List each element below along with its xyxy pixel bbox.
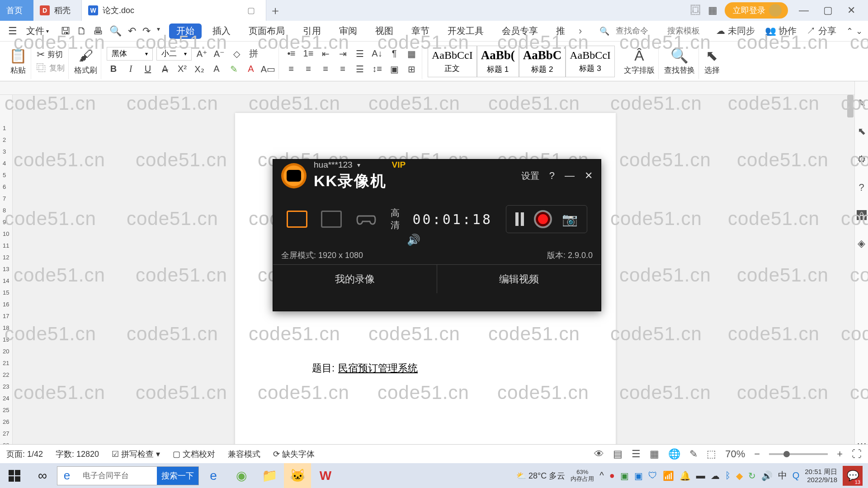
save-icon[interactable]: 🖫: [61, 25, 71, 37]
status-compat[interactable]: 兼容模式: [228, 449, 260, 460]
kk-my-recordings-button[interactable]: 我的录像: [273, 265, 437, 293]
undo-icon[interactable]: ↶: [128, 25, 136, 37]
tab-window-icon[interactable]: ▢: [247, 5, 255, 15]
vertical-scrollbar[interactable]: [846, 95, 854, 463]
find-replace-button[interactable]: 🔍查找替换: [664, 47, 695, 75]
show-grid-icon[interactable]: ▦: [405, 47, 418, 61]
kk-pause-button[interactable]: [515, 212, 524, 226]
redo-icon[interactable]: ↷: [142, 25, 151, 37]
cursor-tool-icon[interactable]: ⬉: [858, 126, 866, 137]
paste-button[interactable]: 📋粘贴: [9, 47, 27, 75]
translate-tool-icon[interactable]: 🅰: [857, 210, 867, 221]
shading-icon[interactable]: ▣: [387, 62, 401, 76]
zoom-in-button[interactable]: +: [837, 448, 843, 460]
italic-button[interactable]: I: [124, 62, 137, 76]
tray-item-3-icon[interactable]: ▣: [634, 470, 643, 481]
view-web-icon[interactable]: ▦: [650, 448, 659, 460]
tray-item-2-icon[interactable]: ▣: [620, 470, 629, 481]
zoom-value[interactable]: 70%: [725, 448, 745, 460]
line-spacing-icon[interactable]: ↕≡: [370, 62, 384, 76]
taskbar-kk-icon[interactable]: 🐱: [284, 463, 311, 488]
strike-button[interactable]: A̶: [158, 62, 172, 76]
kk-edit-video-button[interactable]: 编辑视频: [437, 265, 601, 293]
inc-indent-icon[interactable]: ⇥: [336, 47, 349, 61]
font-size-select[interactable]: 小二▾: [156, 47, 192, 61]
layout-icon[interactable]: ⿴: [691, 5, 701, 16]
vertical-ruler[interactable]: (function(){var lr=document.currentScrip…: [0, 95, 13, 463]
taskbar-explorer-icon[interactable]: 📁: [256, 463, 283, 488]
bold-button[interactable]: B: [107, 62, 120, 76]
ribbon-tab-more[interactable]: 推: [549, 25, 572, 37]
taskbar-edge-icon[interactable]: e: [200, 463, 227, 488]
kk-record-button[interactable]: [534, 210, 552, 228]
collapse-ribbon-icon[interactable]: ⌃: [846, 26, 853, 36]
taskbar-wps-icon[interactable]: W: [312, 463, 339, 488]
superscript-button[interactable]: X²: [175, 62, 189, 76]
maximize-button[interactable]: ▢: [820, 5, 836, 16]
collab-button[interactable]: 👥 协作: [765, 25, 797, 37]
copilot-icon[interactable]: ∞: [29, 463, 56, 488]
print-icon[interactable]: 🖶: [93, 25, 103, 37]
underline-button[interactable]: U: [141, 62, 155, 76]
tray-security-icon[interactable]: ◆: [736, 470, 743, 481]
expand-ribbon-icon[interactable]: ⌄: [856, 26, 863, 36]
tray-bluetooth-icon[interactable]: ᛒ: [725, 470, 731, 481]
tray-notification-icon[interactable]: 💬13: [843, 466, 863, 486]
start-button[interactable]: [1, 463, 28, 488]
tray-ime-icon[interactable]: 中: [778, 469, 787, 482]
kk-fullscreen-mode[interactable]: [287, 211, 307, 228]
tab-document[interactable]: W论文.doc▢: [82, 0, 266, 21]
cut-button[interactable]: ✂剪切: [37, 49, 65, 61]
taskbar-search-input[interactable]: [83, 471, 151, 480]
apps-icon[interactable]: ▦: [708, 5, 717, 16]
ribbon-tab-chapter[interactable]: 章节: [404, 25, 437, 37]
tray-update-icon[interactable]: ↻: [748, 470, 756, 481]
status-spellcheck[interactable]: ☑ 拼写检查 ▾: [112, 449, 160, 460]
qat-dropdown-icon[interactable]: ▾: [157, 25, 160, 37]
numbering-icon[interactable]: 1≡: [302, 47, 315, 61]
text-layout-button[interactable]: Â文字排版: [624, 47, 655, 75]
file-menu[interactable]: 文件 ▾: [24, 25, 52, 37]
close-button[interactable]: ✕: [844, 5, 859, 16]
kk-screenshot-button[interactable]: 📷: [562, 212, 578, 227]
ribbon-overflow-icon[interactable]: ›: [576, 25, 585, 37]
copy-button[interactable]: ⿻复制: [37, 62, 65, 74]
char-border-icon[interactable]: A▭: [261, 62, 275, 76]
align-left-icon[interactable]: ≡: [284, 62, 298, 76]
bullets-icon[interactable]: ⦁≡: [284, 47, 298, 61]
sync-status[interactable]: ☁ 未同步: [716, 25, 755, 37]
tray-item-1-icon[interactable]: ●: [609, 470, 615, 481]
style-h1[interactable]: AaBb(标题 1: [477, 46, 519, 77]
style-body[interactable]: AaBbCcI正文: [428, 46, 477, 77]
search-command-input[interactable]: [616, 26, 661, 36]
status-words[interactable]: 字数: 12820: [56, 449, 99, 460]
zoom-slider[interactable]: [769, 453, 828, 455]
view-read-icon[interactable]: 🌐: [668, 448, 680, 460]
login-button[interactable]: 立即登录: [725, 2, 788, 19]
tray-cloud-icon[interactable]: ☁: [711, 470, 720, 481]
font-color-icon[interactable]: A: [244, 62, 258, 76]
kk-settings-button[interactable]: 设置: [521, 170, 539, 182]
tray-wifi-icon[interactable]: 📶: [663, 470, 674, 481]
view-outline-icon[interactable]: ☰: [632, 448, 641, 460]
ribbon-tab-member[interactable]: 会员专享: [495, 25, 545, 37]
clear-format-icon[interactable]: ◇: [230, 47, 243, 61]
ribbon-tab-devtools[interactable]: 开发工具: [440, 25, 491, 37]
subscript-button[interactable]: X₂: [193, 62, 206, 76]
align-distribute-icon[interactable]: ☰: [353, 62, 367, 76]
tray-item-q-icon[interactable]: Q: [793, 470, 800, 481]
select-button[interactable]: ⬉选择: [704, 47, 720, 75]
zoom-fit-icon[interactable]: ⬚: [707, 448, 716, 460]
new-tab-button[interactable]: ＋: [266, 0, 284, 21]
kk-close-button[interactable]: ✕: [585, 170, 593, 182]
tray-volume-icon[interactable]: 🔊: [761, 470, 773, 481]
style-h2[interactable]: AaBbC标题 2: [519, 46, 566, 77]
save-as-icon[interactable]: 🗋: [77, 25, 87, 37]
style-h3[interactable]: AaBbCcI标题 3: [566, 46, 615, 77]
taskbar-360-icon[interactable]: ◉: [228, 463, 255, 488]
format-painter-button[interactable]: 🖌格式刷: [74, 47, 97, 75]
ribbon-tab-references[interactable]: 引用: [296, 25, 328, 37]
kk-quality-label[interactable]: 高清: [391, 207, 404, 231]
tray-bell-icon[interactable]: 🔔: [679, 470, 691, 481]
kk-minimize-button[interactable]: —: [565, 170, 575, 182]
